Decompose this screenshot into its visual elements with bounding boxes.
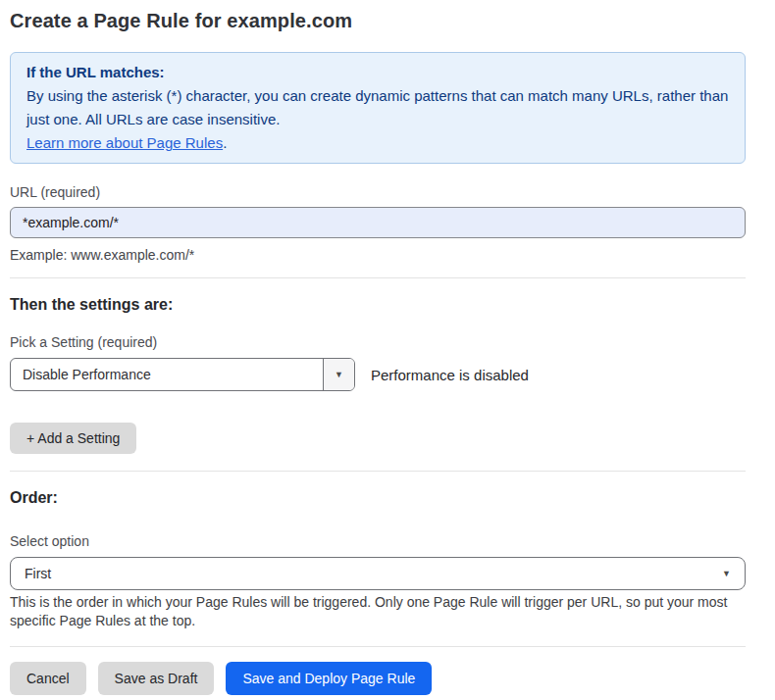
add-setting-button[interactable]: + Add a Setting <box>10 423 136 454</box>
page-title: Create a Page Rule for example.com <box>10 8 746 33</box>
url-input[interactable] <box>10 207 746 238</box>
divider <box>10 471 746 472</box>
info-box-link-line: Learn more about Page Rules. <box>26 131 729 155</box>
url-label: URL (required) <box>10 183 746 201</box>
pick-setting-label: Pick a Setting (required) <box>10 333 746 351</box>
setting-select-arrow-button[interactable]: ▼ <box>323 359 354 390</box>
setting-select-value: Disable Performance <box>11 359 323 390</box>
url-example-text: Example: www.example.com/* <box>10 246 746 264</box>
order-select-label: Select option <box>10 532 746 550</box>
cancel-button[interactable]: Cancel <box>10 662 86 695</box>
setting-select[interactable]: Disable Performance ▼ <box>10 358 355 391</box>
divider <box>10 646 746 647</box>
order-select[interactable]: First ▼ <box>10 557 746 590</box>
chevron-down-icon: ▼ <box>722 570 731 578</box>
link-suffix: . <box>223 134 227 151</box>
chevron-down-icon: ▼ <box>335 371 343 379</box>
setting-row: Disable Performance ▼ Performance is dis… <box>10 358 746 391</box>
setting-status-text: Performance is disabled <box>371 367 529 383</box>
info-box-heading: If the URL matches: <box>26 61 729 84</box>
url-match-info-box: If the URL matches: By using the asteris… <box>10 52 746 164</box>
settings-section-heading: Then the settings are: <box>10 294 746 316</box>
action-button-row: Cancel Save as Draft Save and Deploy Pag… <box>10 662 746 695</box>
divider <box>10 277 746 278</box>
order-select-value: First <box>25 566 722 581</box>
save-and-deploy-button[interactable]: Save and Deploy Page Rule <box>226 662 432 695</box>
order-section-heading: Order: <box>10 487 746 509</box>
learn-more-link[interactable]: Learn more about Page Rules <box>26 134 223 151</box>
order-help-text: This is the order in which your Page Rul… <box>10 593 736 630</box>
info-box-body: By using the asterisk (*) character, you… <box>26 84 729 131</box>
save-as-draft-button[interactable]: Save as Draft <box>98 662 215 695</box>
